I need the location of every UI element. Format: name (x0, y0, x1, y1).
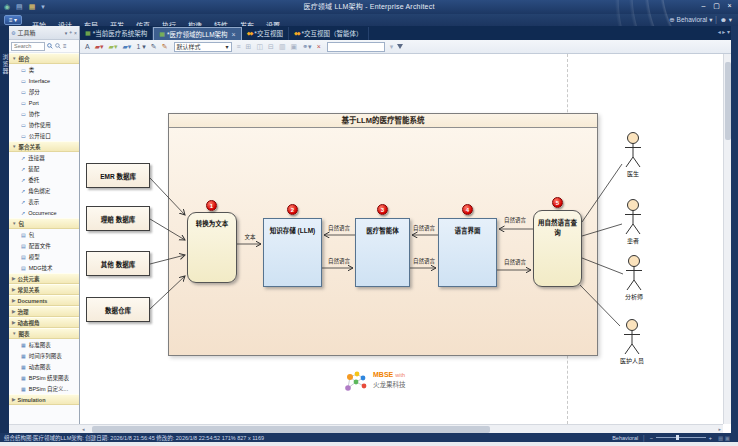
actor-analyst[interactable] (626, 256, 642, 291)
toolbox-item[interactable]: ▦标准图表 (9, 339, 79, 350)
toolbox-item[interactable]: ▭协作使用 (9, 119, 79, 130)
align-grid-icon[interactable]: ⊞ (246, 43, 252, 51)
toolbox-item[interactable]: ▦BPSim 自定义... (9, 383, 79, 394)
delete-icon[interactable]: × (317, 43, 321, 50)
line-color-icon[interactable]: ▰▾ (122, 43, 131, 51)
align-left-icon[interactable]: ≡ (237, 43, 241, 50)
node-language-interface[interactable]: 语言界面 (438, 218, 497, 287)
toolbox-section-charts[interactable]: ▼图表 (9, 328, 79, 339)
horizontal-scrollbar-thumb[interactable] (92, 426, 490, 433)
tab-close-icon[interactable]: × (232, 28, 236, 41)
tab-interaction-view-agent[interactable]: ◆◆ *交互视图（智能体） (289, 27, 369, 40)
line-width-selector[interactable]: 1 ▾ (136, 43, 145, 51)
zoom-slider-thumb[interactable] (676, 435, 679, 440)
same-height-icon[interactable]: ⊟ (268, 43, 274, 51)
node-claims-database[interactable]: 理赔 数据库 (86, 206, 150, 231)
maximize-button[interactable]: ▢ (710, 0, 723, 13)
node-data-warehouse[interactable]: 数据仓库 (86, 297, 150, 322)
fill-color-icon[interactable]: ▰▾ (109, 43, 118, 51)
tab-interaction-view[interactable]: ◆◆ *交互视图 (242, 27, 289, 40)
toolbox-item[interactable]: ▤配置文件 (9, 240, 79, 251)
toolbox-item[interactable]: ▤MDG技术 (9, 262, 79, 273)
tab-current-medical-architecture[interactable]: ▦ *当前医疗系统架构 (80, 27, 153, 40)
close-button[interactable]: × (723, 0, 736, 13)
toolbox-item[interactable]: ▤模型 (9, 251, 79, 262)
vertical-scrollbar[interactable] (723, 54, 731, 424)
node-natural-language-query[interactable]: 用自然语言查询 (533, 210, 582, 287)
toolbox-menu-caret-icon[interactable]: ▾ (65, 30, 68, 36)
filter-caret-icon[interactable]: ▾ (390, 43, 394, 51)
scroll-right-icon[interactable]: ▸ (718, 426, 721, 432)
toolbox-item[interactable]: ▭类 (9, 64, 79, 75)
toolbox-item[interactable]: ▭部分 (9, 86, 79, 97)
toolbox-item[interactable]: ↗装配 (9, 163, 79, 174)
toolbox-item[interactable]: ▭Port (9, 97, 79, 108)
behavioral-perspective-selector[interactable]: Behavioral (677, 16, 708, 23)
toolbox-item[interactable]: ↗委托 (9, 174, 79, 185)
node-convert-to-text[interactable]: 转换为文本 (187, 212, 237, 283)
node-other-database[interactable]: 其他 数据库 (86, 251, 150, 276)
scroll-left-icon[interactable]: ◂ (82, 426, 85, 432)
style-combo[interactable]: 默认样式▾ (174, 42, 232, 52)
toolbox-item[interactable]: ▭Interface (9, 75, 79, 86)
toolbox-item[interactable]: ▤包 (9, 229, 79, 240)
toolbox-pin-icon[interactable]: ⌖ (69, 29, 72, 36)
toolbox-item-label: 协作 (29, 110, 40, 118)
group-icon[interactable]: ▣ (291, 43, 298, 51)
toolbox-section-composite[interactable]: ▼组合 (9, 53, 79, 64)
toolbox-item[interactable]: ↗连接器 (9, 152, 79, 163)
toolbox-section-common-elements[interactable]: ▶公共元素 (9, 273, 79, 284)
diagram-canvas[interactable]: 基于LLM的医疗智能系统 EMR 数据库 理赔 数据库 其他 数据库 数据仓库 … (80, 54, 723, 424)
horizontal-scrollbar[interactable]: ◂ ▸ (80, 424, 723, 433)
filter-funnel-icon[interactable] (397, 44, 403, 49)
toolbox-section-documents[interactable]: ▶Documents (9, 295, 79, 306)
toolbox-item[interactable]: ↗角色绑定 (9, 185, 79, 196)
actor-doctor[interactable] (625, 133, 641, 168)
link-icon[interactable]: ⚭▾ (302, 43, 311, 51)
user-caret-icon[interactable]: ▾ (729, 16, 732, 23)
font-style-button[interactable]: A (85, 43, 90, 50)
toolbox-item[interactable]: ↗Occurrence (9, 207, 79, 218)
sequence-icon: ◆◆ (294, 27, 300, 40)
toolbox-section-common-relations[interactable]: ▶常见关系 (9, 284, 79, 295)
space-evenly-icon[interactable]: ▥ (279, 43, 286, 51)
toolbox-item[interactable]: ▭公开接口 (9, 130, 79, 141)
toolbox-item[interactable]: ▦时间序列图表 (9, 350, 79, 361)
toolbox-section-dynamic-view[interactable]: ▶动态视角 (9, 317, 79, 328)
same-width-icon[interactable]: ◫ (256, 43, 263, 51)
toolbox-section-simulation[interactable]: ▶Simulation (9, 394, 79, 405)
toolbox-section-relations[interactable]: ▼聚合关系 (9, 141, 79, 152)
toolbox-section-governance[interactable]: ▶治理 (9, 306, 79, 317)
zoom-slider[interactable] (656, 437, 706, 438)
toolbox-search-input[interactable] (11, 42, 45, 51)
tab-scroll-buttons[interactable]: ◂ ▸ ▾ (718, 28, 730, 35)
toolbox-section-package[interactable]: ▼包 (9, 218, 79, 229)
behavioral-caret-icon[interactable]: ▾ (709, 16, 712, 23)
toolbox-item[interactable]: ▦BPSim 结果图表 (9, 372, 79, 383)
toolbox-item[interactable]: ▭协作 (9, 108, 79, 119)
toolbox-item[interactable]: ▦动态图表 (9, 361, 79, 372)
format-painter-icon[interactable]: ✎ (151, 43, 157, 51)
flow-label-nl: 自然语言 (407, 257, 441, 265)
zoom-in-icon[interactable]: + (709, 435, 712, 441)
node-medical-agent[interactable]: 医疗智能体 (355, 218, 410, 287)
toolbox-close-icon[interactable]: × (74, 30, 77, 36)
zoom-out-icon[interactable]: − (650, 435, 653, 441)
font-color-icon[interactable]: ▰▾ (95, 43, 104, 51)
app-menu-button[interactable]: ≡ ▾ (4, 15, 22, 25)
actor-medical-staff[interactable] (624, 320, 640, 355)
tab-llm-architecture[interactable]: ▦ *医疗领域的LLM架构 × (153, 27, 241, 40)
diagram-filter-input[interactable] (327, 42, 385, 52)
actor-patient[interactable] (625, 200, 641, 235)
node-knowledge-store-llm[interactable]: 知识存储 (LLM) (263, 218, 322, 287)
status-perspective[interactable]: Behavioral (612, 435, 638, 441)
advanced-search-icon[interactable] (55, 43, 61, 49)
user-icon[interactable]: ☻ (720, 16, 727, 23)
search-icon[interactable] (47, 43, 53, 49)
minimize-button[interactable]: – (697, 0, 710, 13)
toolbox-item-label: 公开接口 (29, 132, 51, 140)
toolbox-item[interactable]: ↗表示 (9, 196, 79, 207)
node-emr-database[interactable]: EMR 数据库 (86, 163, 150, 188)
apply-style-icon[interactable]: ✎ (162, 43, 168, 51)
toolbox-options-icon[interactable]: ≡ (63, 43, 67, 49)
